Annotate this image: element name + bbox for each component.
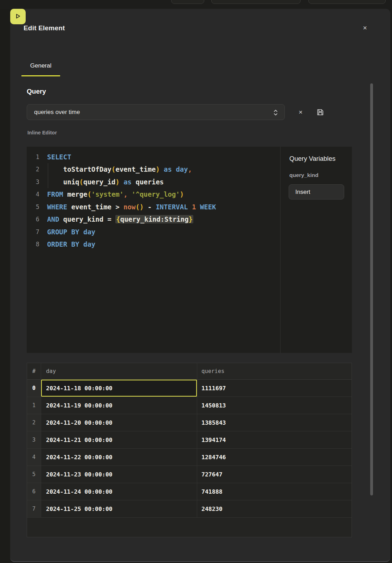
code-token: day [176,165,188,173]
code-token [128,190,131,198]
top-bar-button[interactable] [308,0,386,4]
run-query-button[interactable] [10,9,26,24]
table-row[interactable]: 32024-11-21 00:00:001394174 [27,431,352,449]
code-token: query_kind:String [120,215,188,223]
queries-cell[interactable]: 248230 [197,500,352,517]
table-row[interactable]: 72024-11-25 00:00:00248230 [27,500,352,518]
line-number: 4 [27,188,41,201]
vertical-scrollbar-thumb[interactable] [370,83,373,495]
code-token: day [83,228,95,236]
line-number: 1 [27,151,41,163]
code-token: as [123,178,131,186]
tab-general[interactable]: General [21,62,60,76]
line-number: 5 [27,201,41,213]
row-index-cell: 4 [27,449,41,466]
edit-element-modal: Edit Element × General Query queries ove… [10,9,390,562]
code-token [79,240,83,248]
clear-query-button[interactable]: × [296,104,306,120]
code-token: now [123,203,135,211]
modal-title: Edit Element [24,24,65,32]
code-token: 1 [192,203,196,211]
line-number: 3 [27,176,41,188]
top-bar-button[interactable] [171,0,204,4]
day-cell[interactable]: 2024-11-23 00:00:00 [41,466,197,483]
variable-name-label: query_kind [289,172,319,178]
code-token: ( [87,190,91,198]
code-token [79,228,83,236]
code-token: SELECT [47,153,71,161]
table-row[interactable]: 52024-11-23 00:00:00727647 [27,466,352,483]
code-token: 'system' [91,190,124,198]
code-token: query_id [83,178,116,186]
code-token: as [164,165,172,173]
queries-cell[interactable]: 1284746 [197,449,352,466]
day-cell[interactable]: 2024-11-21 00:00:00 [41,431,197,448]
insert-variable-button[interactable]: Insert [289,184,344,200]
queries-cell[interactable]: 1394174 [197,431,352,448]
row-index-cell: 1 [27,397,41,414]
line-numbers: 12345678 [27,147,41,353]
column-header-index: # [27,363,41,379]
row-index-cell: 2 [27,414,41,431]
row-index-cell: 5 [27,466,41,483]
code-token: toStartOfDay [47,165,111,173]
results-table: # day queries 02024-11-18 00:00:00111169… [27,363,352,537]
code-token: , [188,165,192,173]
table-row[interactable]: 22024-11-20 00:00:001385843 [27,414,352,431]
table-header-row: # day queries [27,363,352,380]
table-row[interactable]: 12024-11-19 00:00:001450813 [27,397,352,414]
save-button[interactable] [316,108,324,116]
code-token: FROM [47,190,63,198]
code-token: event_time > [67,203,123,211]
query-select[interactable]: queries over time [27,104,285,120]
queries-cell[interactable]: 1111697 [197,380,352,397]
indent-guide [48,176,48,188]
queries-cell[interactable]: 1385843 [197,414,352,431]
code-token: merge [63,190,88,198]
code-token: - [144,203,156,211]
top-bar-button[interactable] [211,0,301,4]
close-icon[interactable]: × [360,23,370,33]
query-variables-heading: Query Variables [289,155,335,163]
code-token: uniq [47,178,79,186]
code-token: () [136,203,144,211]
code-token: { [116,215,120,223]
day-cell[interactable]: 2024-11-24 00:00:00 [41,483,197,500]
table-row[interactable]: 02024-11-18 00:00:001111697 [27,380,352,397]
code-token: } [188,215,192,223]
code-token [172,165,176,173]
code-token: AND [47,215,59,223]
query-variables-panel: Query Variables query_kind Insert [281,147,352,353]
day-cell[interactable]: 2024-11-19 00:00:00 [41,397,197,414]
queries-cell[interactable]: 1450813 [197,397,352,414]
code-token: GROUP BY [47,228,79,236]
queries-cell[interactable]: 727647 [197,466,352,483]
day-cell[interactable]: 2024-11-18 00:00:00 [41,380,197,397]
table-row[interactable]: 42024-11-22 00:00:001284746 [27,449,352,466]
code-token: ( [111,165,115,173]
day-cell[interactable]: 2024-11-25 00:00:00 [41,500,197,517]
code-token: WHERE [47,203,67,211]
day-cell[interactable]: 2024-11-22 00:00:00 [41,449,197,466]
row-index-cell: 3 [27,431,41,448]
query-section-heading: Query [27,88,46,95]
indent-guide [48,163,48,176]
table-footer-spacer [27,518,352,537]
code-token: ORDER BY [47,240,79,248]
code-token: '^query_log' [131,190,180,198]
code-token: queries [131,178,164,186]
day-cell[interactable]: 2024-11-20 00:00:00 [41,414,197,431]
query-variable-pill: {query_kind:String} [115,215,193,223]
code-token: , [123,190,127,198]
code-token [120,178,123,186]
code-token: day [83,240,95,248]
table-row[interactable]: 62024-11-24 00:00:00741888 [27,483,352,500]
code-token: ) [180,190,184,198]
line-number: 2 [27,163,41,176]
inline-editor-label: Inline Editor [27,130,57,135]
column-header-day: day [41,363,197,379]
queries-cell[interactable]: 741888 [197,483,352,500]
column-header-queries: queries [197,363,352,379]
line-number: 6 [27,213,41,226]
line-number: 8 [27,238,41,251]
